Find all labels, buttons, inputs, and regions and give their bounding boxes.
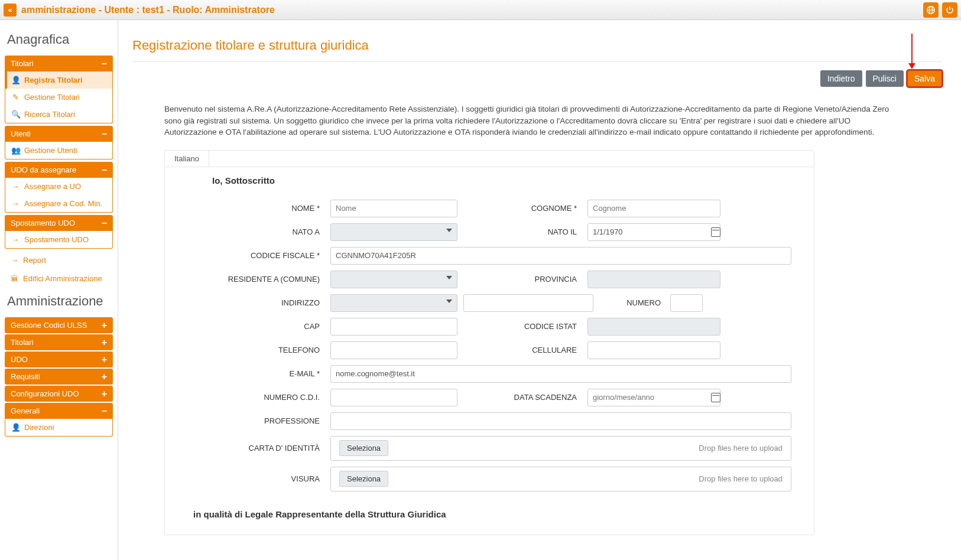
label-cap: CAP <box>212 322 324 331</box>
section-heading-legale-rappresentante: in qualità di Legale Rappresentante dell… <box>193 509 791 519</box>
visura-dropzone[interactable]: Seleziona Drop files here to upload <box>330 467 791 491</box>
nome-input[interactable] <box>330 200 457 217</box>
label-carta-identita: CARTA D' IDENTITÀ <box>212 444 324 452</box>
label-cognome: COGNOME * <box>463 204 582 213</box>
indietro-button[interactable]: Indietro <box>820 70 862 87</box>
sidebar-section-anagrafica: Anagrafica <box>7 32 113 47</box>
sidebar-item-registra-titolari[interactable]: 👤 Registra Titolari <box>5 71 112 89</box>
building-icon: 🏛 <box>11 274 18 283</box>
collapse-sidebar-button[interactable]: « <box>4 4 17 17</box>
residente-select[interactable] <box>330 271 457 288</box>
group-utenti-header[interactable]: Utenti− <box>5 126 113 142</box>
label-provincia: PROVINCIA <box>463 275 582 284</box>
numero-cdi-input[interactable] <box>330 389 457 406</box>
group-codici-ulss[interactable]: Gestione Codici ULSS+ <box>5 317 113 333</box>
users-icon: 👥 <box>11 146 20 155</box>
topbar-title: amministrazione - Utente : test1 - Ruolo… <box>21 5 275 15</box>
sidebar-item-ricerca-titolari[interactable]: 🔍 Ricerca Titolari <box>5 106 112 123</box>
provincia-input <box>587 271 720 288</box>
cellulare-input[interactable] <box>587 341 720 359</box>
arrow-right-icon: → <box>11 235 20 244</box>
carta-identita-seleziona-button[interactable]: Seleziona <box>339 440 388 456</box>
minus-icon: − <box>102 60 107 67</box>
sidebar-item-direzioni[interactable]: 👤 Direzioni <box>5 419 112 436</box>
group-titolari-header[interactable]: Titolari− <box>5 56 113 71</box>
chevron-down-icon <box>446 276 452 279</box>
label-residente: RESIDENTE A (COMUNE) <box>212 275 324 284</box>
visura-seleziona-button[interactable]: Seleziona <box>339 471 388 487</box>
search-icon: 🔍 <box>11 110 20 119</box>
sidebar-item-gestione-titolari[interactable]: ✎ Gestione Titolari <box>5 89 112 106</box>
label-professione: PROFESSIONE <box>212 416 324 425</box>
page-title: Registrazione titolare e struttura giuri… <box>132 38 942 53</box>
nato-a-select[interactable] <box>330 223 457 241</box>
label-codice-fiscale: CODICE FISCALE * <box>212 251 324 260</box>
group-spostamento-header[interactable]: Spostamento UDO− <box>5 215 113 231</box>
tab-italiano[interactable]: Italiano <box>164 150 209 167</box>
sidebar-link-edifici[interactable]: 🏛 Edifici Amministrazione <box>5 269 113 288</box>
codice-istat-input <box>587 318 720 336</box>
group-titolari-admin[interactable]: Titolari+ <box>5 334 113 350</box>
intro-text: Benvenuto nel sistema A.Re.A (Autorizzaz… <box>164 103 897 138</box>
label-data-scadenza: DATA SCADENZA <box>463 393 582 402</box>
group-generali-header[interactable]: Generali− <box>5 403 113 419</box>
label-telefono: TELEFONO <box>212 346 324 354</box>
minus-icon: − <box>102 408 107 415</box>
telefono-input[interactable] <box>330 341 457 359</box>
label-codice-istat: CODICE ISTAT <box>463 322 582 331</box>
power-icon[interactable] <box>942 2 957 18</box>
user-icon: 👤 <box>11 423 20 432</box>
data-scadenza-input[interactable] <box>587 389 720 406</box>
label-numero: NUMERO <box>599 298 664 307</box>
cap-input[interactable] <box>330 318 457 336</box>
sidebar-item-assegnare-uo[interactable]: → Assegnare a UO <box>5 178 112 195</box>
indirizzo-select[interactable] <box>330 294 457 312</box>
label-visura: VISURA <box>212 474 324 483</box>
nato-il-input[interactable] <box>587 223 720 241</box>
sidebar-item-gestione-utenti[interactable]: 👥 Gestione Utenti <box>5 142 112 159</box>
group-requisiti[interactable]: Requisiti+ <box>5 369 113 385</box>
minus-icon: − <box>102 167 107 174</box>
section-heading-sottoscritto: Io, Sottoscritto <box>212 175 791 185</box>
label-indirizzo: INDIRIZZO <box>212 298 324 307</box>
salva-button[interactable]: Salva <box>907 70 942 87</box>
main: Registrazione titolare e struttura giuri… <box>118 20 961 560</box>
label-nato-a: NATO A <box>212 227 324 236</box>
carta-identita-dropzone[interactable]: Seleziona Drop files here to upload <box>330 436 791 461</box>
sidebar-item-assegnare-cod-min[interactable]: → Assegnare a Cod. Min. <box>5 195 112 212</box>
numero-input[interactable] <box>670 294 703 312</box>
arrow-right-icon: → <box>11 199 20 208</box>
codice-fiscale-input[interactable] <box>330 247 791 265</box>
drop-hint: Drop files here to upload <box>699 474 783 483</box>
group-config-udo[interactable]: Configurazioni UDO+ <box>5 386 113 402</box>
label-email: E-MAIL * <box>212 369 324 378</box>
minus-icon: − <box>102 220 107 227</box>
plus-icon: + <box>102 339 107 346</box>
label-numero-cdi: NUMERO C.D.I. <box>212 393 324 402</box>
drop-hint: Drop files here to upload <box>699 444 783 452</box>
sidebar-section-amministrazione: Amministrazione <box>7 294 113 309</box>
chevron-down-icon <box>446 299 452 303</box>
plus-icon: + <box>102 390 107 398</box>
email-input[interactable] <box>330 365 791 383</box>
globe-icon[interactable] <box>923 2 939 18</box>
user-plus-icon: 👤 <box>11 76 20 84</box>
sidebar-link-report[interactable]: → Report <box>5 251 113 269</box>
sidebar-item-spostamento-udo[interactable]: → Spostamento UDO <box>5 231 112 248</box>
sidebar: Anagrafica Titolari− 👤 Registra Titolari… <box>0 20 118 560</box>
plus-icon: + <box>102 322 107 329</box>
group-udo-assegnare-header[interactable]: UDO da assegnare− <box>5 162 113 178</box>
group-udo[interactable]: UDO+ <box>5 351 113 367</box>
plus-icon: + <box>102 356 107 363</box>
pulisci-button[interactable]: Pulisci <box>866 70 904 87</box>
cognome-input[interactable] <box>587 200 720 217</box>
arrow-right-icon: → <box>11 256 18 265</box>
arrow-right-icon: → <box>11 182 20 191</box>
edit-icon: ✎ <box>11 93 20 102</box>
chevron-down-icon <box>446 229 452 232</box>
plus-icon: + <box>102 373 107 380</box>
label-cellulare: CELLULARE <box>463 346 582 354</box>
indirizzo-input[interactable] <box>463 294 593 312</box>
topbar: « amministrazione - Utente : test1 - Ruo… <box>0 0 961 20</box>
professione-input[interactable] <box>330 412 791 430</box>
